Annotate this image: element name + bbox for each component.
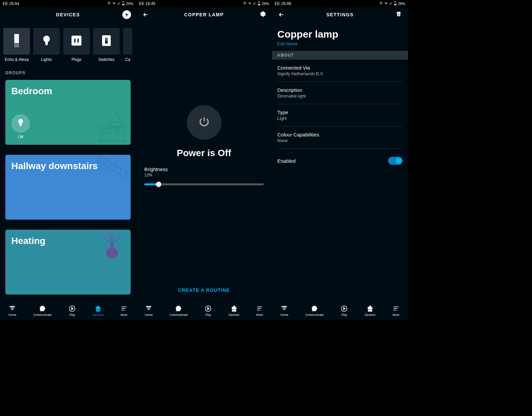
bottom-nav: Home Communicate Play Devices More	[0, 300, 136, 320]
svg-rect-61	[393, 308, 397, 309]
status-carrier-time: EE 16:44	[3, 1, 19, 6]
vase-decoration	[102, 232, 122, 260]
svg-rect-14	[46, 44, 48, 45]
battery-icon	[258, 1, 260, 6]
nav-home[interactable]: Home	[145, 305, 153, 316]
more-icon	[120, 305, 128, 312]
svg-rect-39	[121, 308, 125, 309]
svg-point-8	[18, 45, 18, 45]
bedroom-decoration	[84, 108, 127, 138]
category-lights[interactable]: Lights	[33, 28, 60, 62]
edit-name-link[interactable]: Edit Name	[277, 41, 403, 46]
device-detail-screen: EE 16:45 29% COPPER LAMP Power is	[136, 0, 272, 320]
about-connected-via[interactable]: Connected Via Signify Netherlands B.V.	[277, 60, 403, 82]
location-icon	[379, 2, 383, 6]
category-row: Echo & Alexa Lights Plugs	[0, 22, 136, 66]
home-icon	[281, 305, 288, 312]
signal-icon	[389, 2, 393, 6]
svg-rect-16	[74, 39, 75, 43]
category-label: Ca	[125, 57, 130, 62]
category-switches[interactable]: Switches	[93, 28, 120, 62]
switch-icon	[102, 35, 111, 47]
slider-thumb[interactable]	[156, 182, 161, 187]
battery-icon	[122, 1, 125, 6]
svg-point-33	[116, 237, 118, 239]
category-echo-alexa[interactable]: Echo & Alexa	[3, 28, 30, 62]
svg-rect-55	[398, 14, 398, 16]
nav-play[interactable]: Play	[68, 305, 76, 316]
bottom-nav: Home Communicate Play Devices More	[272, 300, 408, 320]
category-cameras-partial[interactable]: Ca	[123, 28, 132, 62]
brightness-slider[interactable]	[144, 183, 264, 185]
enabled-toggle[interactable]	[388, 157, 403, 165]
svg-rect-49	[257, 308, 261, 309]
play-icon	[204, 305, 212, 312]
svg-point-7	[16, 45, 17, 45]
svg-rect-17	[77, 39, 79, 43]
off-label: Off	[18, 135, 23, 139]
play-icon	[340, 305, 348, 312]
svg-rect-50	[257, 310, 260, 311]
nav-more[interactable]: More	[120, 305, 128, 316]
nav-devices[interactable]: Devices	[229, 305, 239, 316]
svg-rect-53	[395, 1, 396, 2]
status-right: 28%	[379, 1, 405, 6]
wifi-icon	[384, 2, 388, 6]
nav-communicate[interactable]: Communicate	[33, 305, 52, 316]
svg-rect-5	[14, 44, 19, 47]
bulb-icon	[17, 118, 24, 129]
battery-pct: 28%	[398, 2, 405, 6]
group-hallway-downstairs[interactable]: Hallway downstairs	[5, 155, 131, 220]
nav-play[interactable]: Play	[204, 305, 212, 316]
nav-devices[interactable]: Devices	[365, 305, 375, 316]
nav-play[interactable]: Play	[340, 305, 348, 316]
about-type: Type Light	[277, 104, 403, 126]
battery-pct: 29%	[126, 2, 133, 6]
svg-point-10	[16, 46, 17, 46]
back-button[interactable]	[141, 10, 150, 19]
nav-home[interactable]: Home	[8, 305, 16, 316]
svg-rect-26	[20, 125, 22, 126]
power-button[interactable]	[187, 105, 221, 140]
nav-more[interactable]: More	[392, 305, 400, 316]
devices-screen: EE 16:44 29% DEVICES +	[0, 0, 136, 320]
nav-communicate[interactable]: Communicate	[305, 305, 324, 316]
status-right: 29%	[107, 1, 133, 6]
category-label: Plugs	[71, 57, 81, 62]
svg-point-30	[110, 232, 112, 234]
svg-point-9	[15, 46, 16, 46]
svg-rect-27	[111, 243, 113, 248]
category-plugs[interactable]: Plugs	[63, 28, 90, 62]
svg-point-37	[98, 309, 99, 310]
svg-rect-43	[259, 1, 259, 2]
svg-rect-2	[123, 1, 124, 2]
communicate-icon	[311, 305, 318, 312]
devices-icon	[366, 305, 374, 312]
svg-rect-48	[257, 307, 262, 307]
page-title: SETTINGS	[286, 12, 394, 17]
nav-more[interactable]: More	[256, 305, 263, 316]
svg-point-31	[114, 233, 116, 235]
create-routine-button[interactable]: CREATE A ROUTINE	[136, 281, 272, 300]
home-icon	[145, 305, 152, 312]
page-title: DEVICES	[14, 12, 122, 17]
group-bedroom[interactable]: Bedroom Off	[5, 80, 131, 145]
svg-point-36	[97, 309, 98, 310]
svg-rect-20	[105, 38, 108, 41]
svg-rect-54	[395, 4, 396, 5]
svg-point-0	[109, 3, 110, 3]
add-button[interactable]: +	[122, 10, 131, 19]
settings-button[interactable]	[258, 10, 267, 19]
delete-button[interactable]	[394, 10, 403, 19]
nav-home[interactable]: Home	[280, 305, 288, 316]
group-heating[interactable]: Heating	[5, 230, 131, 295]
svg-rect-38	[121, 307, 126, 307]
svg-rect-25	[20, 123, 22, 125]
stairs-decoration	[97, 155, 131, 185]
group-light-off-button[interactable]: Off	[11, 114, 30, 139]
nav-communicate[interactable]: Communicate	[169, 305, 188, 316]
plug-icon	[71, 35, 82, 48]
back-button[interactable]	[277, 10, 286, 19]
more-icon	[256, 305, 263, 312]
nav-devices[interactable]: Devices	[93, 305, 103, 316]
